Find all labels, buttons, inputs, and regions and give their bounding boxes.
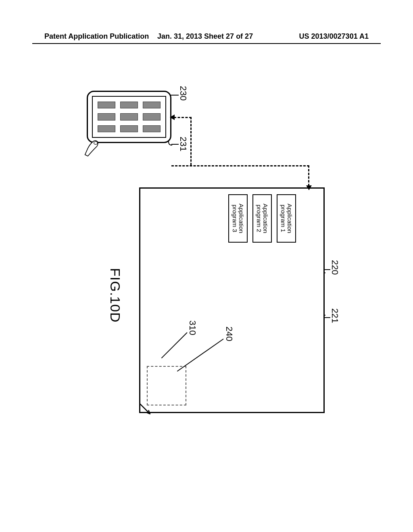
page-header: Patent Application Publication Jan. 31, … [0, 32, 413, 41]
phone-app-icon [120, 125, 138, 132]
app-program-2: Application program 2 [252, 194, 272, 243]
phone-app-icon [143, 113, 161, 120]
header-date-sheet: Jan. 31, 2013 Sheet 27 of 27 [157, 32, 253, 41]
phone-app-icon [98, 102, 115, 108]
app-line1: Application [262, 204, 269, 233]
ref-label-310: 310 [187, 320, 198, 335]
phone-app-icon [143, 125, 161, 132]
phone-app-icon [98, 125, 115, 132]
display-device: Application program 1 Application progra… [139, 187, 325, 413]
svg-point-0 [94, 141, 98, 144]
ref-label-230: 230 [178, 86, 188, 101]
figure-10d: 220 221 Application program 1 Applicatio… [67, 83, 341, 433]
arrowhead-down-icon [170, 114, 175, 120]
app-line1: Application [238, 204, 244, 233]
finger-touch-icon [84, 139, 102, 157]
zoom-arrow-icon [138, 402, 152, 416]
dash-path-horiz2 [190, 117, 192, 165]
header-publication: Patent Application Publication [44, 32, 149, 41]
app-program-3: Application program 3 [228, 194, 248, 243]
ref-label-240: 240 [224, 326, 234, 341]
dash-path-vert2 [174, 117, 192, 118]
figure-caption: FIG.10D [107, 268, 123, 322]
ref-label-221: 221 [330, 308, 340, 323]
header-rule [32, 43, 381, 44]
leader-221 [325, 317, 330, 318]
arrowhead-right-icon [306, 185, 312, 190]
phone-app-icon [98, 113, 115, 120]
phone-screen [92, 96, 166, 138]
app-line2: program 2 [256, 205, 262, 232]
app-line2: program 1 [280, 205, 286, 232]
dash-path-horiz [308, 165, 309, 186]
figure-region: 220 221 Application program 1 Applicatio… [67, 83, 341, 433]
phone-app-icon [120, 102, 138, 108]
leader-230 [171, 95, 179, 96]
dash-path-vert [171, 165, 309, 166]
phone-app-icon [120, 113, 138, 120]
phone-app-icon [143, 102, 161, 108]
ref-label-231: 231 [178, 137, 188, 152]
phone-device [87, 91, 171, 143]
leader-231 [171, 144, 179, 145]
header-docnum: US 2013/0027301 A1 [299, 32, 369, 41]
leader-220 [325, 269, 330, 270]
app-program-1: Application program 1 [277, 194, 296, 243]
app-line1: Application [286, 204, 293, 233]
ref-label-220: 220 [330, 260, 340, 275]
app-line2: program 3 [232, 205, 238, 232]
zoom-target-rect [147, 366, 186, 405]
